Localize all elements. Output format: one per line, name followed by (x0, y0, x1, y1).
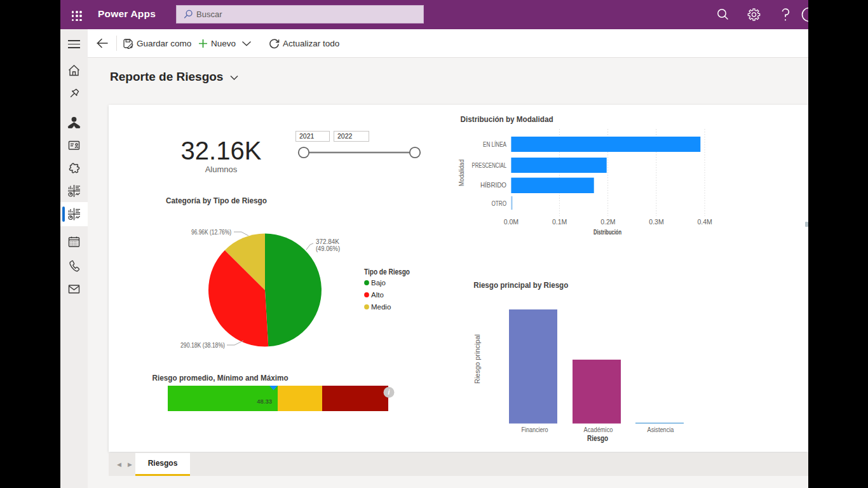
svg-text:i: i (388, 389, 390, 396)
svg-text:Bajo: Bajo (371, 279, 386, 287)
svg-text:OTRO: OTRO (491, 200, 506, 207)
svg-text:Categoría by Tipo de Riesgo: Categoría by Tipo de Riesgo (166, 196, 267, 205)
svg-text:Alto: Alto (371, 291, 384, 299)
svg-text:48.33: 48.33 (257, 398, 272, 405)
svg-text:Académico: Académico (584, 426, 613, 433)
svg-text:EN LÍNEA: EN LÍNEA (483, 140, 506, 148)
svg-text:Asistencia: Asistencia (648, 426, 674, 433)
svg-text:Distribución: Distribución (593, 228, 621, 236)
svg-text:96.96K (12.76%): 96.96K (12.76%) (191, 228, 231, 236)
svg-text:Riesgo principal: Riesgo principal (473, 334, 481, 384)
svg-text:0.3M: 0.3M (649, 218, 663, 226)
svg-text:Modalidad: Modalidad (458, 159, 465, 186)
svg-text:Distribución by Modalidad: Distribución by Modalidad (461, 114, 553, 124)
svg-text:290.18K (38.18%): 290.18K (38.18%) (180, 341, 225, 349)
svg-text:0.1M: 0.1M (552, 218, 567, 226)
svg-text:Tipo de Riesgo: Tipo de Riesgo (364, 268, 410, 276)
svg-text:0.2M: 0.2M (600, 218, 615, 226)
svg-text:(49.06%): (49.06%) (316, 245, 340, 252)
svg-text:Medio: Medio (371, 303, 391, 311)
svg-text:0.4M: 0.4M (698, 218, 712, 226)
svg-text:HÍBRIDO: HÍBRIDO (480, 181, 506, 189)
svg-text:0.0M: 0.0M (504, 218, 519, 226)
svg-text:Financiero: Financiero (522, 426, 548, 433)
svg-text:Riesgo: Riesgo (587, 433, 608, 443)
svg-text:PRESCENCIAL: PRESCENCIAL (472, 161, 507, 169)
